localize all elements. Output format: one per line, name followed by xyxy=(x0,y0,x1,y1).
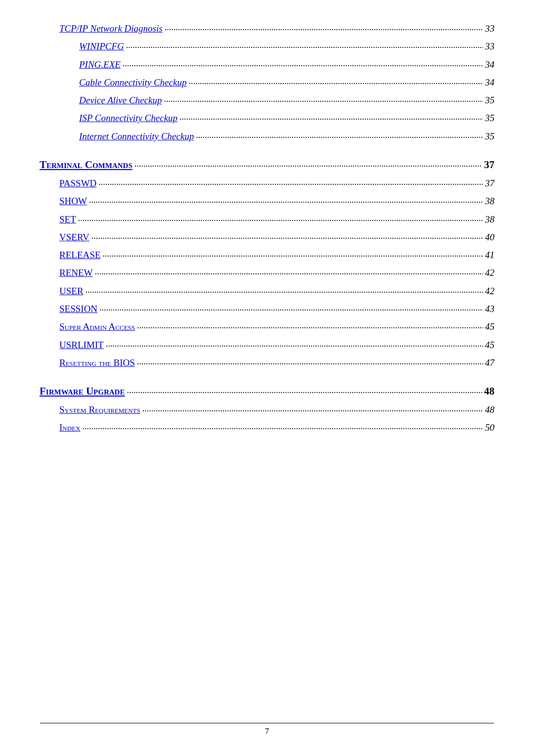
toc-page: 41 xyxy=(485,246,494,264)
toc-entry-cable[interactable]: Cable Connectivity Checkup 34 xyxy=(40,74,494,91)
toc-dots xyxy=(91,228,483,245)
toc-page: 33 xyxy=(485,38,494,55)
toc-entry-winipcfg[interactable]: WINIPCFG 33 xyxy=(40,38,494,55)
toc-label-terminal-commands[interactable]: Terminal Commands xyxy=(40,155,133,175)
toc-dots xyxy=(82,418,483,435)
toc-entry-terminal-commands[interactable]: Terminal Commands 37 xyxy=(40,155,494,175)
toc-dots xyxy=(165,19,483,36)
toc-page: 43 xyxy=(485,300,494,317)
toc-entry-pingexe[interactable]: PING.EXE 34 xyxy=(40,56,494,74)
toc-dots xyxy=(164,91,483,108)
toc-dots xyxy=(196,127,483,144)
toc-label[interactable]: SET xyxy=(59,211,76,228)
toc-entry-passwd[interactable]: PASSWD 37 xyxy=(40,175,494,192)
toc-entry-index[interactable]: Index 50 xyxy=(40,419,494,437)
toc-entry-internet[interactable]: Internet Connectivity Checkup 35 xyxy=(40,128,494,145)
table-of-contents: TCP/IP Network Diagnosis 33 WINIPCFG 33 … xyxy=(40,20,494,437)
toc-label[interactable]: Device Alive Checkup xyxy=(79,91,162,109)
toc-page: 42 xyxy=(485,282,494,300)
toc-label[interactable]: PASSWD xyxy=(59,175,96,192)
footer-divider xyxy=(40,723,494,723)
toc-entry-system-requirements[interactable]: System Requirements 48 xyxy=(40,401,494,419)
toc-entry-set[interactable]: SET 38 xyxy=(40,211,494,228)
toc-entry-super-admin[interactable]: Super Admin Access 45 xyxy=(40,318,494,336)
toc-entry-user[interactable]: USER 42 xyxy=(40,282,494,300)
toc-dots xyxy=(137,317,483,334)
toc-dots xyxy=(134,156,482,173)
toc-label[interactable]: SESSION xyxy=(59,300,97,317)
toc-label[interactable]: Internet Connectivity Checkup xyxy=(79,128,194,145)
toc-page: 40 xyxy=(485,228,494,246)
toc-entry-firmware-upgrade[interactable]: Firmware Upgrade 48 xyxy=(40,382,494,401)
toc-label[interactable]: ISP Connectivity Checkup xyxy=(79,109,178,127)
toc-label[interactable]: Resetting the BIOS xyxy=(59,354,135,371)
toc-dots xyxy=(86,282,483,299)
toc-page: 37 xyxy=(484,155,494,175)
toc-entry-usrlimit[interactable]: USRLIMIT 45 xyxy=(40,336,494,354)
toc-dots xyxy=(179,109,483,126)
toc-page: 48 xyxy=(485,401,494,418)
toc-label[interactable]: Index xyxy=(59,419,80,436)
toc-entry-reset-bios[interactable]: Resetting the BIOS 47 xyxy=(40,354,494,372)
page: TCP/IP Network Diagnosis 33 WINIPCFG 33 … xyxy=(0,0,534,756)
toc-label[interactable]: Cable Connectivity Checkup xyxy=(79,74,186,91)
toc-page: 33 xyxy=(485,20,494,37)
toc-dots xyxy=(123,55,483,72)
toc-label[interactable]: VSERV xyxy=(59,228,89,246)
toc-entry-show[interactable]: SHOW 38 xyxy=(40,192,494,210)
toc-page: 35 xyxy=(485,128,494,145)
toc-dots xyxy=(137,354,483,370)
toc-entry-session[interactable]: SESSION 43 xyxy=(40,300,494,318)
toc-label[interactable]: Super Admin Access xyxy=(59,318,135,335)
toc-entry-device-alive[interactable]: Device Alive Checkup 35 xyxy=(40,91,494,109)
page-footer: 7 xyxy=(0,723,534,736)
toc-page: 37 xyxy=(485,175,494,192)
toc-dots xyxy=(89,192,483,209)
toc-dots xyxy=(98,174,483,191)
toc-entry-release[interactable]: RELEASE 41 xyxy=(40,246,494,264)
toc-dots xyxy=(102,246,483,263)
toc-page: 38 xyxy=(485,192,494,210)
toc-page: 48 xyxy=(484,382,494,401)
toc-label[interactable]: USER xyxy=(59,282,84,300)
toc-label[interactable]: WINIPCFG xyxy=(79,38,124,55)
toc-page: 34 xyxy=(485,74,494,91)
toc-dots xyxy=(78,210,483,227)
toc-dots xyxy=(142,400,483,417)
toc-label[interactable]: System Requirements xyxy=(59,401,140,418)
toc-entry-isp[interactable]: ISP Connectivity Checkup 35 xyxy=(40,109,494,127)
toc-page: 50 xyxy=(485,419,494,436)
toc-dots xyxy=(188,73,483,90)
toc-label-firmware-upgrade[interactable]: Firmware Upgrade xyxy=(40,382,125,401)
toc-entry-tcpip[interactable]: TCP/IP Network Diagnosis 33 xyxy=(40,20,494,38)
toc-dots xyxy=(126,37,483,54)
toc-dots xyxy=(127,382,482,399)
toc-entry-vserv[interactable]: VSERV 40 xyxy=(40,228,494,246)
toc-page: 35 xyxy=(485,109,494,127)
toc-entry-renew[interactable]: RENEW 42 xyxy=(40,264,494,282)
toc-label[interactable]: TCP/IP Network Diagnosis xyxy=(59,20,163,37)
toc-dots xyxy=(95,264,483,280)
toc-label[interactable]: SHOW xyxy=(59,192,87,210)
toc-page: 42 xyxy=(485,264,494,281)
toc-page: 45 xyxy=(485,318,494,335)
toc-page: 34 xyxy=(485,56,494,73)
toc-page: 35 xyxy=(485,91,494,109)
toc-page: 45 xyxy=(485,336,494,354)
toc-label[interactable]: RENEW xyxy=(59,264,93,281)
toc-dots xyxy=(106,336,483,353)
toc-label[interactable]: USRLIMIT xyxy=(59,336,104,354)
toc-page: 47 xyxy=(485,354,494,371)
toc-page: 38 xyxy=(485,211,494,228)
toc-label[interactable]: PING.EXE xyxy=(79,56,121,73)
footer-page-number: 7 xyxy=(265,726,269,736)
toc-dots xyxy=(99,300,483,316)
toc-label[interactable]: RELEASE xyxy=(59,246,100,264)
